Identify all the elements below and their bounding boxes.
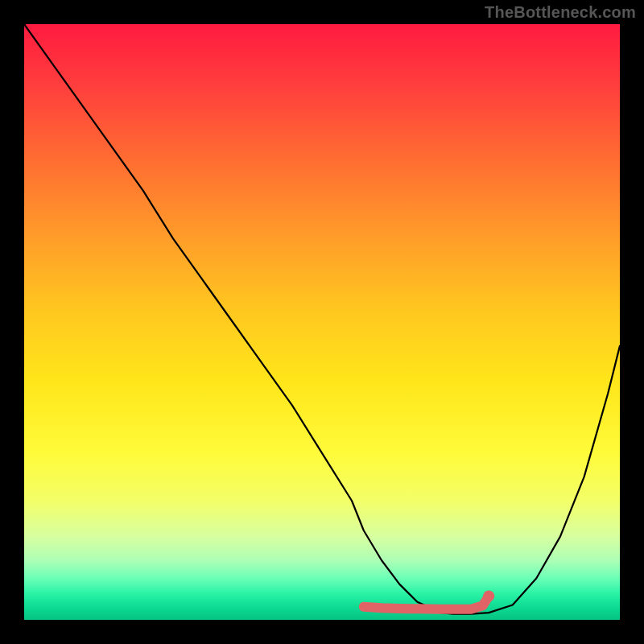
watermark-text: TheBottleneck.com: [485, 3, 636, 22]
svg-point-0: [483, 590, 494, 601]
chart-container: TheBottleneck.com: [0, 0, 644, 644]
sweet-spot-marker: [24, 24, 620, 620]
